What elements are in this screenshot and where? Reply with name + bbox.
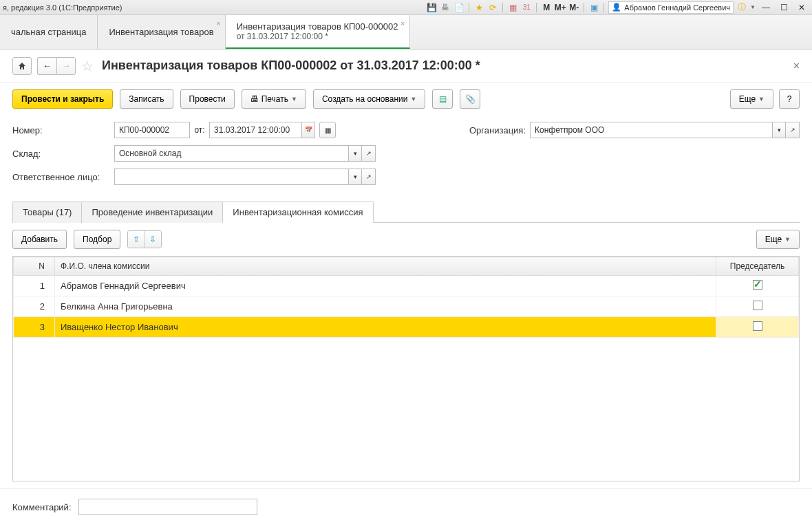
cell-chair[interactable]: [716, 317, 799, 338]
cell-fio: Белкина Анна Григорьевна: [55, 296, 716, 317]
caret-down-icon: ▼: [291, 96, 297, 102]
warehouse-input[interactable]: Основной склад: [114, 145, 348, 162]
date-field[interactable]: 31.03.2017 12:00:00 📅: [209, 122, 315, 138]
open-icon[interactable]: ↗: [786, 122, 800, 138]
favorite-star-icon[interactable]: ☆: [81, 58, 94, 74]
home-button[interactable]: [12, 57, 32, 75]
col-number[interactable]: N: [14, 257, 55, 276]
dropdown-icon[interactable]: ▾: [348, 145, 362, 162]
tab-goods[interactable]: Товары (17): [12, 202, 82, 223]
more-button-sub[interactable]: Еще ▼: [756, 230, 800, 249]
maximize-button[interactable]: ☐: [776, 2, 791, 13]
move-up-button[interactable]: ⇧: [128, 231, 145, 248]
page: ← → ☆ Инвентаризация товаров КП00-000002…: [0, 50, 812, 525]
responsible-input[interactable]: [114, 169, 348, 185]
number-input[interactable]: КП00-000002: [114, 122, 190, 138]
calc-icon[interactable]: ▦: [507, 2, 518, 13]
m-label[interactable]: M: [541, 2, 552, 13]
close-button[interactable]: ✕: [794, 2, 809, 13]
table-row[interactable]: 2Белкина Анна Григорьевна: [14, 296, 799, 317]
chair-checkbox[interactable]: [753, 321, 762, 331]
save-icon[interactable]: 💾: [426, 2, 437, 13]
org-label: Организация:: [462, 125, 526, 136]
tab-inventory-list[interactable]: Инвентаризация товаров ×: [98, 15, 225, 49]
org-input[interactable]: Конфетпром ООО: [530, 122, 772, 138]
save-button[interactable]: Записать: [120, 89, 173, 109]
cell-chair[interactable]: [716, 296, 799, 317]
user-chip[interactable]: 👤 Абрамов Геннадий Сергеевич: [608, 1, 734, 14]
warehouse-field[interactable]: Основной склад ▾ ↗: [114, 145, 376, 162]
dropdown-icon[interactable]: ▾: [772, 122, 786, 138]
chair-checkbox[interactable]: [753, 301, 762, 310]
history-icon[interactable]: ⟳: [487, 2, 498, 13]
show-movements-button[interactable]: ▦: [319, 122, 336, 138]
caret-down-icon: ▼: [410, 96, 416, 102]
post-and-close-button[interactable]: Провести и закрыть: [12, 89, 113, 109]
create-based-label: Создать на основании: [322, 94, 408, 104]
comment-input[interactable]: [78, 499, 257, 515]
date-input[interactable]: 31.03.2017 12:00:00: [209, 122, 301, 138]
separator: [536, 3, 537, 12]
close-icon[interactable]: ×: [400, 19, 405, 28]
back-button[interactable]: ←: [37, 57, 56, 75]
paperclip-icon: 📎: [465, 94, 476, 104]
tab-label: чальная страница: [11, 27, 86, 37]
forward-button[interactable]: →: [56, 57, 76, 75]
table-row[interactable]: 3Иващенко Нестор Иванович: [14, 317, 799, 338]
cell-n: 2: [14, 296, 55, 317]
inner-tabs: Товары (17) Проведение инвентаризации Ин…: [12, 201, 800, 223]
add-button[interactable]: Добавить: [12, 230, 67, 249]
responsible-field[interactable]: ▾ ↗: [114, 169, 376, 185]
tab-audit[interactable]: Проведение инвентаризации: [81, 202, 223, 223]
star-icon[interactable]: ★: [473, 2, 484, 13]
report-button[interactable]: ▤: [432, 89, 453, 109]
separator: [469, 3, 469, 12]
open-icon[interactable]: ↗: [362, 169, 376, 185]
minimize-button[interactable]: —: [758, 2, 773, 13]
tab-commission[interactable]: Инвентаризационная комиссия: [222, 202, 373, 223]
print-icon[interactable]: 🖶: [440, 2, 451, 13]
titlebar: я, редакция 3.0 (1С:Предприятие) 💾 🖶 📄 ★…: [0, 0, 812, 15]
attach-button[interactable]: 📎: [460, 89, 480, 109]
info-caret-icon[interactable]: ▼: [750, 4, 756, 10]
create-based-button[interactable]: Создать на основании ▼: [313, 89, 425, 109]
col-fio[interactable]: Ф.И.О. члена комиссии: [55, 257, 716, 276]
pick-button[interactable]: Подбор: [74, 230, 120, 249]
tab-inventory-doc[interactable]: Инвентаризация товаров КП00-000002 от 31…: [226, 15, 410, 49]
tab-start-page[interactable]: чальная страница: [0, 15, 98, 49]
calendar-icon[interactable]: 31: [521, 2, 532, 13]
close-page-button[interactable]: ×: [793, 60, 800, 72]
print-button[interactable]: 🖶 Печать ▼: [242, 89, 306, 109]
number-label: Номер:: [12, 125, 114, 136]
form: Номер: КП00-000002 от: 31.03.2017 12:00:…: [0, 118, 812, 198]
table-row[interactable]: 1Абрамов Геннадий Сергеевич: [14, 276, 799, 296]
m-minus[interactable]: M-: [568, 2, 579, 13]
post-button[interactable]: Провести: [180, 89, 235, 109]
titlebar-icons: 💾 🖶 📄 ★ ⟳ ▦ 31 M M+ M- ▣ 👤 Абрамов Генна…: [426, 1, 809, 14]
cell-n: 1: [14, 276, 55, 296]
tab-sublabel: от 31.03.2017 12:00:00 *: [237, 32, 398, 41]
chair-checkbox[interactable]: [753, 280, 762, 290]
col-chair[interactable]: Председатель: [716, 257, 799, 276]
cell-chair[interactable]: [716, 276, 799, 296]
cell-fio: Иващенко Нестор Иванович: [55, 317, 716, 338]
windows-icon[interactable]: ▣: [588, 2, 599, 13]
dropdown-icon[interactable]: ▾: [348, 169, 362, 185]
arrow-up-icon: ⇧: [133, 235, 140, 244]
caret-down-icon: ▼: [758, 96, 765, 102]
help-button[interactable]: ?: [779, 89, 800, 109]
calendar-icon[interactable]: 📅: [301, 122, 315, 138]
move-down-button[interactable]: ⇩: [145, 231, 161, 248]
info-icon[interactable]: ⓘ: [736, 2, 747, 13]
open-icon[interactable]: ↗: [362, 145, 376, 162]
more-button[interactable]: Еще ▼: [730, 89, 773, 109]
arrow-down-icon: ⇩: [149, 235, 156, 244]
m-plus[interactable]: M+: [555, 2, 566, 13]
responsible-label: Ответственное лицо:: [12, 172, 114, 182]
doc-icon[interactable]: 📄: [453, 2, 464, 13]
separator: [502, 3, 503, 12]
printer-icon: 🖶: [250, 94, 259, 104]
org-field[interactable]: Конфетпром ООО ▾ ↗: [530, 122, 800, 138]
from-label: от:: [190, 125, 209, 135]
close-icon[interactable]: ×: [216, 19, 220, 28]
